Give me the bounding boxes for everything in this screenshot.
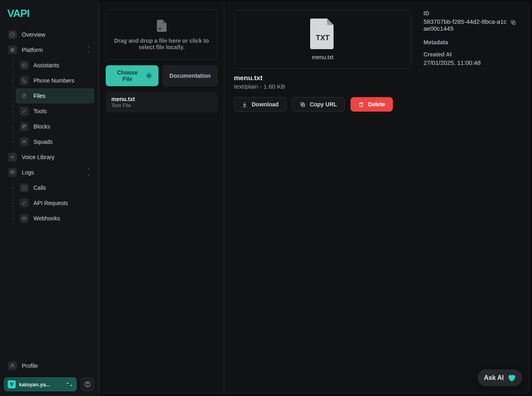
file-header: menu.txt text/plain - 1.60 KB — [234, 74, 411, 90]
download-button[interactable]: Download — [234, 97, 286, 112]
tools-icon — [20, 107, 29, 116]
file-detail-column: TXT menu.txt menu.txt text/plain - 1.60 … — [224, 3, 529, 393]
nav-blocks[interactable]: Blocks — [16, 119, 94, 134]
chevron-updown-icon: ⌃⌄ — [87, 169, 90, 176]
nav-webhooks[interactable]: Webhooks — [16, 211, 94, 226]
nav-item-label: API Requests — [33, 200, 68, 206]
file-list-item[interactable]: menu.txt Text File — [106, 92, 217, 112]
file-detail-side: ID 583707bb-f285-44d2-8bca-a1cae00c1445 … — [424, 10, 516, 386]
choose-file-button[interactable]: Choose File ＋ — [106, 65, 159, 86]
svg-rect-2 — [12, 49, 13, 51]
svg-point-8 — [23, 141, 24, 142]
file-title: menu.txt — [234, 74, 411, 82]
layers-icon — [8, 168, 17, 177]
brand-logo: VAPI — [4, 5, 94, 27]
subnav-platform: Assistants Phone Numbers Files Tools Blo… — [13, 58, 94, 149]
nav-platform-label: Platform — [22, 47, 43, 53]
file-add-icon — [154, 19, 169, 33]
nav-files[interactable]: Files — [16, 88, 94, 104]
help-button[interactable] — [81, 377, 94, 391]
svg-rect-1 — [11, 49, 14, 52]
svg-rect-10 — [23, 186, 26, 189]
nav-item-label: Webhooks — [33, 215, 60, 222]
call-log-icon — [20, 183, 29, 192]
nav-profile[interactable]: Profile — [4, 358, 94, 373]
phone-icon — [20, 76, 29, 85]
nav-item-label: Files — [33, 93, 46, 99]
heart-icon — [507, 373, 516, 382]
copy-icon — [510, 19, 516, 25]
sidebar-footer: Profile V kaloyan.ya... ⌃⌄ — [4, 358, 94, 391]
blocks-icon — [20, 122, 29, 131]
nav-platform[interactable]: Platform ⌃⌄ — [4, 42, 94, 58]
metadata-label: Metadata — [424, 39, 516, 46]
file-type: Text File — [111, 102, 212, 108]
nav: Overview Platform ⌃⌄ Assistants Phone Nu… — [4, 27, 94, 358]
user-name: kaloyan.ya... — [19, 381, 50, 388]
sidebar: VAPI Overview Platform ⌃⌄ Assistants — [0, 0, 99, 396]
upload-dropzone[interactable]: Drag and drop a file here or click to se… — [106, 9, 217, 60]
file-detail-main: TXT menu.txt menu.txt text/plain - 1.60 … — [234, 10, 411, 386]
dropzone-text: Drag and drop a file here or click to se… — [113, 37, 211, 50]
nav-logs[interactable]: Logs ⌃⌄ — [4, 165, 94, 180]
nav-item-label: Phone Numbers — [33, 77, 74, 84]
id-label: ID — [424, 10, 516, 17]
choose-file-label: Choose File — [112, 69, 143, 82]
nav-voice-library-label: Voice Library — [22, 154, 54, 160]
svg-point-9 — [25, 141, 26, 142]
ask-ai-button[interactable]: Ask AI — [478, 369, 522, 386]
svg-rect-6 — [25, 125, 26, 126]
nav-item-label: Calls — [33, 185, 46, 191]
ask-ai-label: Ask AI — [484, 374, 504, 381]
key-icon — [20, 199, 29, 207]
download-icon — [242, 102, 248, 108]
nav-tools[interactable]: Tools — [16, 104, 94, 119]
file-preview-label: menu.txt — [312, 54, 334, 60]
delete-button[interactable]: Delete — [350, 97, 393, 112]
documentation-button[interactable]: Documentation — [163, 65, 217, 86]
nav-api-requests[interactable]: API Requests — [16, 195, 94, 211]
nav-assistants[interactable]: Assistants — [16, 58, 94, 73]
file-name: menu.txt — [111, 96, 212, 102]
copy-id-button[interactable] — [510, 19, 516, 27]
user-card-icon — [20, 61, 29, 70]
txt-file-icon: TXT — [310, 19, 335, 49]
main-panel: Drag and drop a file here or click to se… — [99, 2, 530, 394]
nav-voice-library[interactable]: Voice Library — [4, 149, 94, 165]
download-label: Download — [252, 101, 279, 108]
delete-label: Delete — [368, 101, 385, 108]
mail-icon — [20, 214, 29, 223]
nav-calls[interactable]: Calls — [16, 180, 94, 195]
nav-profile-label: Profile — [22, 363, 38, 369]
svg-point-15 — [88, 386, 88, 386]
file-icon — [20, 91, 29, 100]
nav-squads[interactable]: Squads — [16, 134, 94, 149]
nav-item-label: Blocks — [33, 123, 50, 130]
nav-item-label: Tools — [33, 108, 47, 114]
file-meta: text/plain - 1.60 KB — [234, 83, 411, 90]
copy-url-label: Copy URL — [310, 101, 337, 108]
file-list-column: Drag and drop a file here or click to se… — [99, 3, 224, 393]
nav-item-label: Assistants — [33, 62, 59, 68]
gauge-icon — [8, 30, 17, 39]
nav-phone-numbers[interactable]: Phone Numbers — [16, 73, 94, 88]
svg-text:TXT: TXT — [316, 34, 330, 42]
svg-rect-5 — [23, 125, 24, 126]
svg-rect-7 — [23, 127, 24, 129]
waveform-icon — [8, 153, 17, 162]
file-preview: TXT menu.txt — [234, 10, 411, 68]
profile-icon — [8, 361, 17, 370]
svg-point-13 — [12, 364, 14, 366]
cpu-icon — [8, 46, 17, 54]
nav-overview-label: Overview — [22, 31, 45, 38]
chevron-updown-icon: ⌃⌄ — [87, 46, 90, 54]
user-switcher[interactable]: V kaloyan.ya... ⌃⌄ — [4, 377, 77, 391]
copy-url-button[interactable]: Copy URL — [292, 97, 345, 112]
nav-item-label: Squads — [33, 139, 52, 145]
nav-overview[interactable]: Overview — [4, 27, 94, 42]
svg-point-4 — [23, 65, 24, 66]
subnav-logs: Calls API Requests Webhooks — [13, 180, 94, 226]
plus-circle-icon: ＋ — [146, 73, 152, 79]
documentation-label: Documentation — [169, 73, 211, 79]
help-icon — [84, 381, 91, 388]
